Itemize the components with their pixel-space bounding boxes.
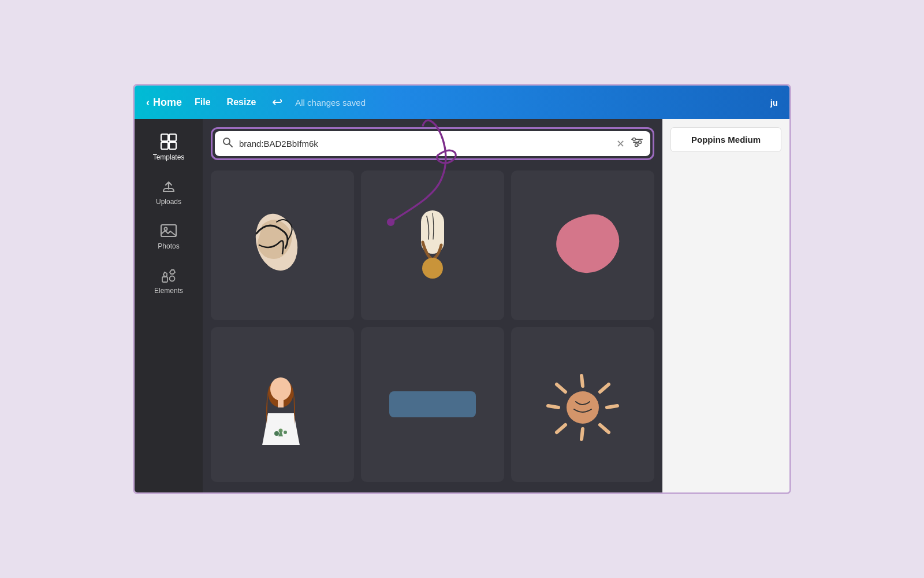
- blue-rectangle-svg: [386, 386, 479, 423]
- file-button[interactable]: File: [195, 97, 211, 108]
- woman-figure-svg: [245, 361, 320, 448]
- svg-line-28: [582, 376, 583, 386]
- svg-rect-6: [162, 277, 167, 282]
- home-label: Home: [153, 97, 182, 109]
- svg-point-21: [270, 377, 291, 401]
- saved-status: All changes saved: [295, 98, 366, 108]
- illustration-grid: [211, 168, 654, 484]
- brush-abstract-svg: [245, 208, 320, 283]
- sidebar-item-templates[interactable]: Templates: [135, 125, 203, 169]
- svg-rect-3: [169, 142, 176, 149]
- back-home-button[interactable]: ‹ Home: [146, 97, 182, 109]
- sidebar: Templates Uploads Photos: [135, 119, 203, 492]
- abstract-figure-svg: [395, 205, 470, 286]
- uploads-icon: [160, 177, 177, 195]
- svg-line-34: [548, 406, 558, 407]
- svg-point-14: [633, 138, 636, 141]
- topbar: ‹ Home File Resize ↩ All changes saved j…: [135, 86, 789, 119]
- svg-rect-2: [161, 142, 168, 149]
- sidebar-item-photos-label: Photos: [158, 242, 179, 250]
- search-bar-wrapper: ✕: [211, 127, 654, 160]
- svg-point-15: [639, 141, 642, 144]
- svg-line-10: [229, 144, 232, 147]
- main-area: Templates Uploads Photos: [135, 119, 789, 492]
- pink-blob-svg: [542, 208, 623, 283]
- user-avatar[interactable]: ju: [770, 98, 778, 108]
- search-filter-icon[interactable]: [631, 136, 643, 151]
- svg-line-29: [600, 384, 609, 392]
- search-icon: [222, 136, 233, 151]
- svg-rect-0: [161, 134, 168, 141]
- svg-line-32: [582, 429, 583, 439]
- grid-cell-6[interactable]: [511, 327, 654, 483]
- sidebar-item-elements-label: Elements: [154, 287, 183, 295]
- svg-point-23: [274, 431, 279, 436]
- sidebar-item-templates-label: Templates: [153, 153, 185, 161]
- grid-cell-2[interactable]: [361, 171, 504, 320]
- svg-rect-22: [278, 399, 284, 407]
- grid-cell-1[interactable]: [211, 171, 354, 320]
- resize-button[interactable]: Resize: [227, 97, 256, 108]
- svg-rect-1: [169, 134, 176, 141]
- svg-line-30: [607, 406, 617, 407]
- back-chevron-icon: ‹: [146, 97, 150, 109]
- app-window: ‹ Home File Resize ↩ All changes saved j…: [133, 84, 791, 494]
- svg-rect-26: [389, 391, 476, 417]
- svg-line-31: [600, 425, 609, 432]
- content-panel: ✕: [203, 119, 662, 492]
- search-clear-icon[interactable]: ✕: [616, 138, 625, 150]
- svg-point-16: [635, 144, 638, 147]
- svg-point-7: [170, 276, 175, 281]
- grid-cell-3[interactable]: [511, 171, 654, 320]
- elements-icon: [160, 266, 177, 284]
- sidebar-item-elements[interactable]: Elements: [135, 258, 203, 303]
- grid-cell-5[interactable]: [361, 327, 504, 483]
- right-panel: Poppins Medium: [662, 119, 789, 492]
- sidebar-item-photos[interactable]: Photos: [135, 214, 203, 258]
- sun-illustration-svg: [542, 364, 623, 445]
- search-input[interactable]: [239, 139, 610, 149]
- sidebar-item-uploads[interactable]: Uploads: [135, 169, 203, 214]
- sidebar-item-uploads-label: Uploads: [156, 198, 181, 206]
- grid-cell-4[interactable]: [211, 327, 354, 483]
- svg-line-33: [557, 425, 565, 432]
- photos-icon: [160, 222, 177, 239]
- templates-icon: [160, 133, 177, 150]
- font-selector[interactable]: Poppins Medium: [670, 127, 781, 152]
- svg-line-35: [557, 384, 565, 392]
- svg-point-27: [567, 391, 599, 424]
- svg-point-25: [284, 431, 287, 434]
- search-bar: ✕: [215, 131, 650, 156]
- svg-point-5: [165, 228, 167, 231]
- undo-button[interactable]: ↩: [272, 95, 282, 110]
- svg-point-19: [422, 258, 443, 279]
